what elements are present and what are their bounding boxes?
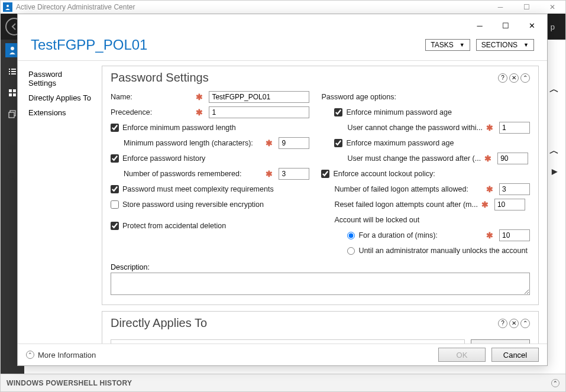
password-settings-dialog: ─ ☐ ✕ TestFGPP_POL01 TASKS ▼ SECTIONS ▼ …: [17, 14, 548, 366]
required-icon: ✱: [266, 138, 273, 148]
nav-password-settings[interactable]: Password Settings: [25, 67, 95, 90]
col-name-header[interactable]: Name ▲: [111, 340, 194, 344]
enforce-min-age-label: Enforce minimum password age: [346, 108, 452, 116]
svg-point-14: [9, 174, 14, 179]
enforce-min-age-checkbox[interactable]: [334, 108, 342, 116]
expand-icon: ⌃: [26, 351, 34, 359]
bg-maximize-button[interactable]: ☐: [513, 1, 539, 14]
svg-rect-8: [9, 89, 12, 92]
precedence-label: Precedence:: [111, 108, 152, 116]
dlg-maximize-button[interactable]: ☐: [493, 17, 519, 34]
svg-point-0: [7, 5, 9, 7]
svg-rect-11: [13, 93, 16, 96]
svg-line-15: [13, 179, 16, 182]
applies-table: Name ▲ Mail Managers: [111, 339, 465, 344]
protect-checkbox[interactable]: [111, 222, 119, 230]
min-length-input[interactable]: [279, 137, 309, 149]
required-icon: ✱: [486, 184, 493, 194]
protect-label: Protect from accidental deletion: [122, 222, 226, 230]
add-button[interactable]: Add...: [471, 339, 530, 344]
section-title: Password Settings: [111, 71, 209, 85]
required-icon: ✱: [196, 108, 203, 117]
password-settings-section: Password Settings ? ✕ ⌃ Name: ✱: [102, 66, 539, 305]
ps-history-label: WINDOWS POWERSHELL HISTORY: [7, 379, 132, 387]
required-icon: ✱: [484, 154, 491, 163]
bg-title: Active Directory Administrative Center: [16, 3, 135, 11]
max-age-label: User must change the password after (...: [347, 154, 481, 163]
required-icon: ✱: [486, 123, 493, 132]
more-information-toggle[interactable]: ⌃ More Information: [26, 351, 96, 359]
until-admin-radio[interactable]: [347, 247, 355, 255]
chevron-up-icon[interactable]: ︿: [545, 77, 563, 101]
tasks-label: TASKS: [431, 41, 453, 49]
dialog-title: TestFGPP_POL01: [31, 37, 147, 53]
svg-point-1: [11, 47, 14, 50]
reset-input[interactable]: [494, 199, 525, 210]
powershell-history-bar[interactable]: WINDOWS POWERSHELL HISTORY ⌃: [1, 374, 565, 391]
svg-rect-7: [11, 73, 16, 74]
close-section-icon[interactable]: ✕: [509, 319, 519, 328]
expand-up-icon[interactable]: ⌃: [551, 379, 559, 387]
chevron-down-icon: ▼: [523, 42, 529, 48]
nav-directly-applies[interactable]: Directly Applies To: [25, 90, 95, 105]
history-count-input[interactable]: [279, 168, 309, 180]
close-section-icon[interactable]: ✕: [509, 73, 519, 83]
ok-button[interactable]: OK: [438, 348, 486, 362]
history-count-label: Number of passwords remembered:: [124, 170, 241, 178]
tasks-dropdown[interactable]: TASKS ▼: [425, 39, 470, 51]
bg-close-button[interactable]: ✕: [539, 1, 565, 14]
collapse-icon[interactable]: ⌃: [520, 319, 530, 328]
svg-rect-5: [11, 71, 16, 72]
help-indicator: p: [551, 22, 565, 31]
enforce-max-age-checkbox[interactable]: [334, 139, 342, 147]
failed-attempts-input[interactable]: [499, 183, 530, 195]
min-age-label: User cannot change the password withi...: [347, 124, 483, 132]
required-icon: ✱: [196, 92, 203, 102]
enforce-history-label: Enforce password history: [122, 154, 205, 163]
reversible-checkbox[interactable]: [111, 200, 119, 209]
svg-rect-6: [9, 73, 10, 74]
nav-extensions[interactable]: Extensions: [25, 105, 95, 120]
sections-dropdown[interactable]: SECTIONS ▼: [476, 39, 534, 51]
enforce-history-checkbox[interactable]: [111, 154, 119, 163]
duration-radio[interactable]: [347, 232, 355, 239]
duration-input[interactable]: [499, 229, 530, 241]
required-icon: ✱: [266, 169, 273, 179]
arrow-right-icon[interactable]: ▶: [545, 163, 563, 180]
help-icon[interactable]: ?: [498, 73, 507, 83]
bg-minimize-button[interactable]: ─: [487, 1, 513, 14]
dlg-close-button[interactable]: ✕: [519, 17, 545, 34]
description-label: Description:: [111, 263, 530, 271]
required-icon: ✱: [486, 231, 493, 240]
name-input[interactable]: [209, 91, 309, 103]
svg-rect-9: [13, 89, 16, 92]
enforce-lockout-checkbox[interactable]: [321, 170, 329, 178]
bg-titlebar: Active Directory Administrative Center ─…: [1, 1, 565, 14]
help-icon[interactable]: ?: [498, 319, 507, 328]
cancel-button[interactable]: Cancel: [491, 348, 539, 362]
col-name-label: Name: [117, 343, 138, 344]
section-nav: Password Settings Directly Applies To Ex…: [18, 61, 102, 344]
right-panel: ︿ ︿ ▶: [545, 77, 563, 180]
description-textarea[interactable]: [111, 273, 530, 295]
min-age-input[interactable]: [499, 122, 530, 134]
svg-rect-13: [9, 112, 14, 118]
max-age-input[interactable]: [497, 153, 528, 164]
precedence-input[interactable]: [209, 106, 309, 118]
adac-icon: [3, 2, 12, 12]
complexity-checkbox[interactable]: [111, 185, 119, 193]
svg-rect-2: [9, 69, 10, 70]
complexity-label: Password must meet complexity requiremen…: [122, 185, 274, 193]
chevron-down-icon: ▼: [460, 42, 465, 48]
applies-to-section: Directly Applies To ? ✕ ⌃ Name ▲: [102, 311, 539, 344]
enforce-max-age-label: Enforce maximum password age: [346, 139, 454, 147]
chevron-up-icon-2[interactable]: ︿: [545, 139, 563, 163]
enforce-min-length-label: Enforce minimum password length: [122, 124, 236, 132]
sections-label: SECTIONS: [481, 41, 518, 49]
dlg-minimize-button[interactable]: ─: [467, 17, 493, 34]
enforce-min-length-checkbox[interactable]: [111, 124, 119, 132]
failed-attempts-label: Number of failed logon attempts allowed:: [334, 185, 468, 193]
col-mail-header[interactable]: Mail: [194, 340, 464, 344]
svg-rect-4: [9, 71, 10, 72]
collapse-icon[interactable]: ⌃: [520, 73, 530, 83]
